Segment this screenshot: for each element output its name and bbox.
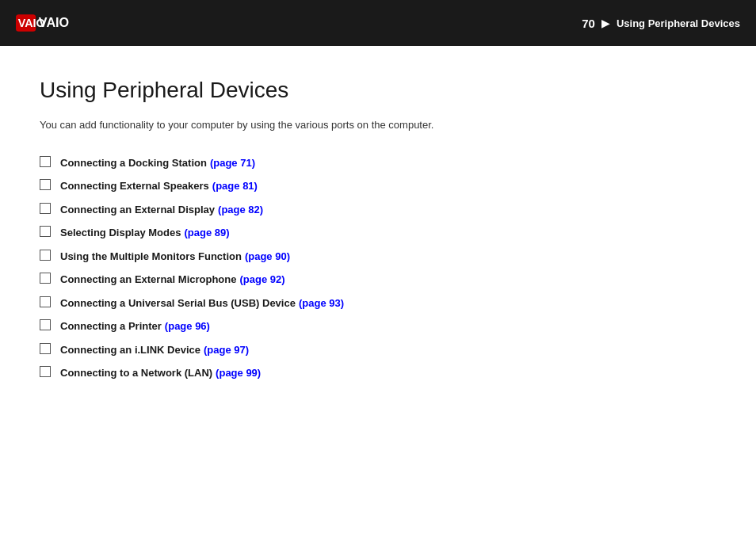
topic-link[interactable]: (page 82) [218, 202, 263, 218]
list-item: Connecting a Printer(page 96) [40, 318, 716, 334]
topic-link[interactable]: (page 93) [299, 296, 344, 311]
logo-area: VAIO VAIO [16, 11, 87, 35]
topic-link[interactable]: (page 71) [210, 155, 255, 171]
topic-label: Connecting an External Microphone [60, 272, 236, 288]
topic-label: Connecting a Printer [60, 318, 162, 334]
header: VAIO VAIO 70 ▶ Using Peripheral Devices [0, 0, 756, 46]
list-item: Connecting an External Display(page 82) [40, 202, 716, 218]
topic-link[interactable]: (page 97) [204, 342, 249, 358]
list-item: Connecting a Docking Station(page 71) [40, 155, 716, 171]
checkbox-icon [40, 250, 51, 261]
topic-link[interactable]: (page 89) [184, 225, 229, 241]
checkbox-icon [40, 296, 51, 307]
topic-label: Connecting to a Network (LAN) [60, 365, 212, 381]
list-item: Connecting an External Microphone(page 9… [40, 272, 716, 288]
header-section-title: Using Peripheral Devices [617, 17, 740, 29]
checkbox-icon [40, 203, 51, 214]
list-item: Connecting an i.LINK Device(page 97) [40, 342, 716, 358]
checkbox-icon [40, 226, 51, 237]
topic-link[interactable]: (page 81) [212, 178, 258, 194]
intro-text: You can add functionality to your comput… [40, 117, 716, 133]
checkbox-icon [40, 343, 51, 354]
list-item: Using the Multiple Monitors Function(pag… [40, 249, 716, 265]
topic-label: Connecting External Speakers [60, 178, 209, 194]
checkbox-icon [40, 273, 51, 284]
topic-link[interactable]: (page 92) [239, 272, 284, 288]
topic-link[interactable]: (page 90) [245, 249, 290, 265]
checkbox-icon [40, 366, 51, 377]
header-right: 70 ▶ Using Peripheral Devices [582, 17, 740, 30]
checkbox-icon [40, 156, 51, 167]
checkbox-icon [40, 179, 51, 190]
list-item: Selecting Display Modes(page 89) [40, 225, 716, 241]
topic-label: Connecting an i.LINK Device [60, 342, 200, 358]
svg-text:VAIO: VAIO [39, 15, 69, 29]
vaio-logo: VAIO VAIO [16, 11, 87, 35]
topic-label: Connecting a Docking Station [60, 155, 207, 171]
topic-label: Connecting an External Display [60, 202, 215, 218]
header-page-number: 70 [582, 17, 595, 30]
topic-label: Connecting a Universal Serial Bus (USB) … [60, 296, 296, 311]
list-item: Connecting External Speakers(page 81) [40, 178, 716, 194]
list-item: Connecting to a Network (LAN)(page 99) [40, 365, 716, 381]
topics-list: Connecting a Docking Station(page 71)Con… [40, 155, 716, 381]
list-item: Connecting a Universal Serial Bus (USB) … [40, 296, 716, 311]
topic-label: Selecting Display Modes [60, 225, 181, 241]
header-nav-arrow: ▶ [601, 17, 610, 29]
topic-link[interactable]: (page 99) [216, 365, 261, 381]
main-content: Using Peripheral Devices You can add fun… [0, 46, 756, 413]
page-title: Using Peripheral Devices [40, 78, 716, 103]
topic-link[interactable]: (page 96) [165, 318, 210, 334]
topic-label: Using the Multiple Monitors Function [60, 249, 242, 265]
checkbox-icon [40, 319, 51, 330]
